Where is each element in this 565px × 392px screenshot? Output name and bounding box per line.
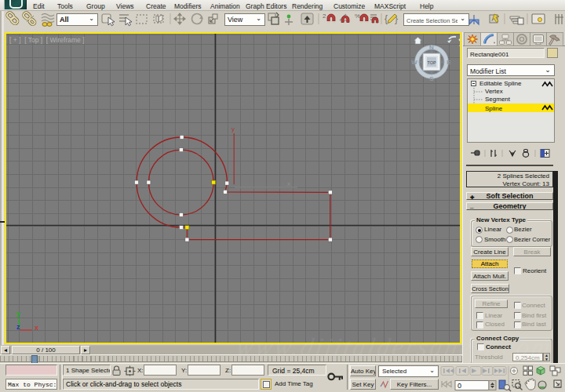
svg-text:E: E [447, 59, 451, 66]
svg-text:TOP: TOP [427, 60, 436, 65]
svg-text:W: W [411, 59, 417, 66]
svg-text:{: { [385, 13, 388, 24]
svg-text:x: x [35, 324, 38, 332]
svg-text:y: y [231, 125, 235, 132]
svg-text:z: z [16, 323, 20, 331]
svg-text:0: 0 [457, 382, 461, 390]
svg-text:y: y [16, 310, 20, 318]
svg-text:x: x [287, 180, 290, 187]
svg-text:%: % [355, 13, 360, 20]
svg-text:S: S [429, 75, 434, 82]
svg-text:2: 2 [323, 13, 326, 20]
svg-text:N: N [429, 44, 434, 51]
